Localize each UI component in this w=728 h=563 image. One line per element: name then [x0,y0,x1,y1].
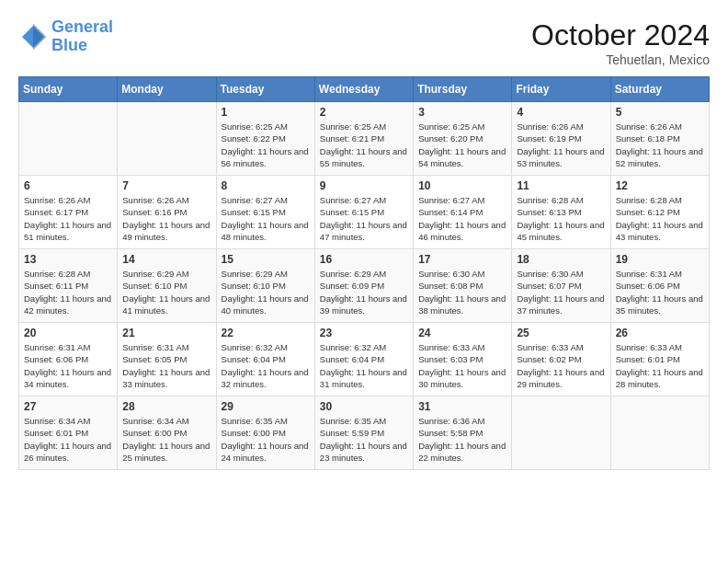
cell-content: Sunrise: 6:31 AM Sunset: 6:05 PM Dayligh… [122,341,210,390]
cell-content: Sunrise: 6:35 AM Sunset: 6:00 PM Dayligh… [222,415,310,464]
day-number: 13 [24,253,112,266]
calendar-cell: 17Sunrise: 6:30 AM Sunset: 6:08 PM Dayli… [414,249,512,323]
svg-marker-1 [33,23,46,50]
cell-content: Sunrise: 6:25 AM Sunset: 6:20 PM Dayligh… [418,121,506,169]
day-number: 23 [320,327,408,339]
day-number: 18 [517,253,605,266]
cell-content: Sunrise: 6:36 AM Sunset: 5:58 PM Dayligh… [418,415,506,464]
calendar-cell [118,102,216,176]
calendar-cell: 8Sunrise: 6:27 AM Sunset: 6:15 PM Daylig… [216,176,314,249]
cell-content: Sunrise: 6:32 AM Sunset: 6:04 PM Dayligh… [320,341,408,390]
day-number: 21 [122,327,210,339]
calendar-cell [512,396,610,470]
day-number: 8 [222,179,310,192]
day-header-saturday: Saturday [610,77,709,102]
cell-content: Sunrise: 6:33 AM Sunset: 6:01 PM Dayligh… [616,341,704,390]
calendar-header-row: SundayMondayTuesdayWednesdayThursdayFrid… [19,77,710,102]
day-number: 24 [418,327,506,339]
calendar-cell: 1Sunrise: 6:25 AM Sunset: 6:22 PM Daylig… [216,102,314,176]
day-number: 7 [122,179,210,192]
day-number: 1 [222,106,310,119]
cell-content: Sunrise: 6:34 AM Sunset: 6:00 PM Dayligh… [122,415,210,464]
logo-icon [18,22,48,52]
logo: General Blue [18,18,113,55]
logo-line2: Blue [51,36,87,54]
day-number: 4 [517,106,605,119]
cell-content: Sunrise: 6:25 AM Sunset: 6:21 PM Dayligh… [320,121,408,169]
calendar-cell: 2Sunrise: 6:25 AM Sunset: 6:21 PM Daylig… [314,102,413,176]
calendar-table: SundayMondayTuesdayWednesdayThursdayFrid… [18,76,710,470]
calendar-cell: 31Sunrise: 6:36 AM Sunset: 5:58 PM Dayli… [414,396,512,470]
day-number: 11 [517,179,605,192]
logo-line1: General [51,17,113,36]
calendar-cell [19,102,118,176]
day-number: 5 [616,106,704,119]
cell-content: Sunrise: 6:34 AM Sunset: 6:01 PM Dayligh… [24,415,112,464]
day-header-friday: Friday [512,77,610,102]
month-title: October 2024 [531,18,710,52]
calendar-cell: 27Sunrise: 6:34 AM Sunset: 6:01 PM Dayli… [19,396,118,470]
calendar-week-1: 1Sunrise: 6:25 AM Sunset: 6:22 PM Daylig… [19,102,710,176]
cell-content: Sunrise: 6:31 AM Sunset: 6:06 PM Dayligh… [24,341,112,390]
calendar-cell: 12Sunrise: 6:28 AM Sunset: 6:12 PM Dayli… [610,176,709,249]
cell-content: Sunrise: 6:28 AM Sunset: 6:11 PM Dayligh… [24,268,112,316]
cell-content: Sunrise: 6:26 AM Sunset: 6:18 PM Dayligh… [616,121,704,169]
logo-text: General Blue [51,18,113,55]
cell-content: Sunrise: 6:28 AM Sunset: 6:12 PM Dayligh… [616,194,704,243]
day-number: 16 [320,253,408,266]
calendar-cell [610,396,709,470]
day-number: 30 [320,400,408,413]
day-number: 9 [320,179,408,192]
cell-content: Sunrise: 6:32 AM Sunset: 6:04 PM Dayligh… [222,341,310,390]
day-number: 29 [222,400,310,413]
cell-content: Sunrise: 6:26 AM Sunset: 6:19 PM Dayligh… [517,121,605,169]
day-header-monday: Monday [118,77,216,102]
calendar-cell: 14Sunrise: 6:29 AM Sunset: 6:10 PM Dayli… [118,249,216,323]
calendar-cell: 30Sunrise: 6:35 AM Sunset: 5:59 PM Dayli… [314,396,413,470]
day-number: 3 [418,106,506,119]
cell-content: Sunrise: 6:26 AM Sunset: 6:16 PM Dayligh… [122,194,210,243]
day-number: 19 [616,253,704,266]
cell-content: Sunrise: 6:35 AM Sunset: 5:59 PM Dayligh… [320,415,408,464]
day-number: 2 [320,106,408,119]
calendar-cell: 20Sunrise: 6:31 AM Sunset: 6:06 PM Dayli… [19,323,118,396]
calendar-cell: 11Sunrise: 6:28 AM Sunset: 6:13 PM Dayli… [512,176,610,249]
day-number: 17 [418,253,506,266]
day-number: 10 [418,179,506,192]
day-number: 26 [616,327,704,339]
day-number: 14 [122,253,210,266]
calendar-cell: 23Sunrise: 6:32 AM Sunset: 6:04 PM Dayli… [314,323,413,396]
calendar-cell: 7Sunrise: 6:26 AM Sunset: 6:16 PM Daylig… [118,176,216,249]
day-header-wednesday: Wednesday [314,77,413,102]
calendar-cell: 28Sunrise: 6:34 AM Sunset: 6:00 PM Dayli… [118,396,216,470]
cell-content: Sunrise: 6:29 AM Sunset: 6:10 PM Dayligh… [122,268,210,316]
cell-content: Sunrise: 6:28 AM Sunset: 6:13 PM Dayligh… [517,194,605,243]
day-header-sunday: Sunday [19,77,118,102]
cell-content: Sunrise: 6:30 AM Sunset: 6:07 PM Dayligh… [517,268,605,316]
cell-content: Sunrise: 6:27 AM Sunset: 6:15 PM Dayligh… [320,194,408,243]
cell-content: Sunrise: 6:26 AM Sunset: 6:17 PM Dayligh… [24,194,112,243]
day-number: 25 [517,327,605,339]
day-number: 22 [222,327,310,339]
calendar-cell: 21Sunrise: 6:31 AM Sunset: 6:05 PM Dayli… [118,323,216,396]
day-number: 28 [122,400,210,413]
title-area: October 2024 Tehuetlan, Mexico [531,18,710,67]
cell-content: Sunrise: 6:29 AM Sunset: 6:09 PM Dayligh… [320,268,408,316]
cell-content: Sunrise: 6:31 AM Sunset: 6:06 PM Dayligh… [616,268,704,316]
calendar-cell: 13Sunrise: 6:28 AM Sunset: 6:11 PM Dayli… [19,249,118,323]
calendar-cell: 10Sunrise: 6:27 AM Sunset: 6:14 PM Dayli… [414,176,512,249]
calendar-cell: 29Sunrise: 6:35 AM Sunset: 6:00 PM Dayli… [216,396,314,470]
cell-content: Sunrise: 6:33 AM Sunset: 6:03 PM Dayligh… [418,341,506,390]
cell-content: Sunrise: 6:29 AM Sunset: 6:10 PM Dayligh… [222,268,310,316]
calendar-cell: 16Sunrise: 6:29 AM Sunset: 6:09 PM Dayli… [314,249,413,323]
location-subtitle: Tehuetlan, Mexico [531,52,710,67]
day-number: 31 [418,400,506,413]
cell-content: Sunrise: 6:27 AM Sunset: 6:14 PM Dayligh… [418,194,506,243]
cell-content: Sunrise: 6:33 AM Sunset: 6:02 PM Dayligh… [517,341,605,390]
day-number: 27 [24,400,112,413]
calendar-cell: 22Sunrise: 6:32 AM Sunset: 6:04 PM Dayli… [216,323,314,396]
day-number: 6 [24,179,112,192]
day-number: 15 [222,253,310,266]
calendar-cell: 25Sunrise: 6:33 AM Sunset: 6:02 PM Dayli… [512,323,610,396]
day-header-thursday: Thursday [414,77,512,102]
